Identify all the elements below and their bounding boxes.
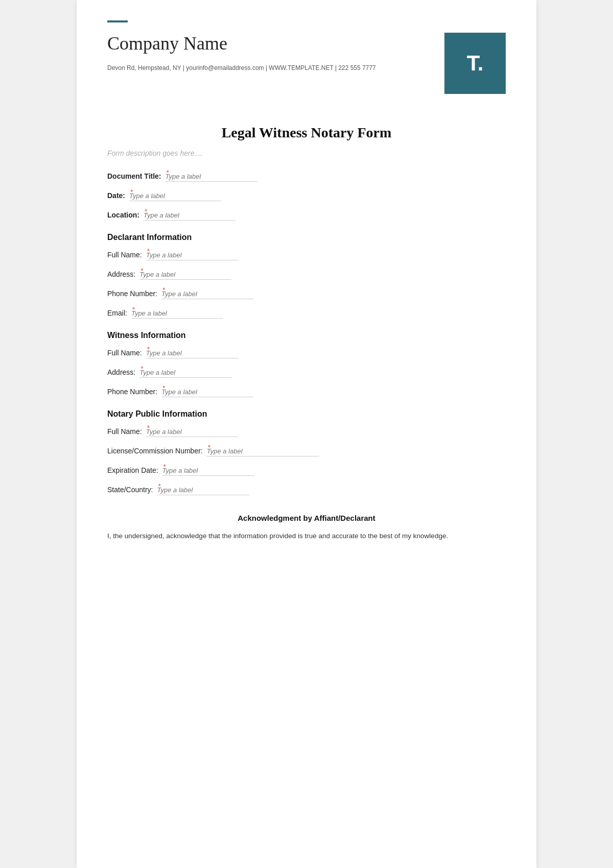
declarant-phone-label: Phone Number: xyxy=(107,290,157,298)
notary-expiration-input[interactable] xyxy=(162,466,254,476)
declarant-email-row: Email: * xyxy=(107,308,506,319)
notary-fullname-label: Full Name: xyxy=(107,427,142,436)
document-title-label: Document Title: xyxy=(107,172,161,180)
notary-fullname-wrapper: * xyxy=(146,427,238,437)
required-star-declarant-email: * xyxy=(132,305,135,314)
form-title: Legal Witness Notary Form xyxy=(107,125,506,141)
required-star-witness-address: * xyxy=(140,365,143,373)
page-header: Company Name Devon Rd, Hempstead, NY | y… xyxy=(77,0,536,104)
declarant-address-wrapper: * xyxy=(139,270,231,280)
logo-text: T. xyxy=(467,51,484,76)
document-page: Company Name Devon Rd, Hempstead, NY | y… xyxy=(77,0,536,868)
witness-fullname-input[interactable] xyxy=(146,348,238,358)
location-label: Location: xyxy=(107,211,139,219)
declarant-section-title: Declarant Information xyxy=(107,233,506,242)
declarant-fullname-label: Full Name: xyxy=(107,251,142,259)
declarant-phone-wrapper: * xyxy=(161,289,253,299)
notary-license-wrapper: * xyxy=(207,446,319,456)
required-star-witness-name: * xyxy=(147,345,150,353)
declarant-phone-row: Phone Number: * xyxy=(107,289,506,299)
notary-state-input[interactable] xyxy=(157,485,249,495)
header-content: Company Name Devon Rd, Hempstead, NY | y… xyxy=(107,33,506,94)
date-wrapper: * xyxy=(129,191,221,201)
company-name: Company Name xyxy=(107,33,434,54)
date-label: Date: xyxy=(107,191,125,200)
form-content: Legal Witness Notary Form Form descripti… xyxy=(77,104,536,573)
required-star-location: * xyxy=(145,207,147,215)
notary-license-row: License/Commission Number: * xyxy=(107,446,506,456)
form-description: Form description goes here.... xyxy=(107,149,506,157)
required-star-notary-license: * xyxy=(208,443,210,451)
notary-state-label: State/Country: xyxy=(107,486,153,494)
required-star-declarant-address: * xyxy=(140,267,143,275)
witness-phone-label: Phone Number: xyxy=(107,388,157,396)
required-star-notary-name: * xyxy=(147,424,150,432)
location-row: Location: * xyxy=(107,210,506,221)
acknowledgment-title: Acknowledgment by Affiant/Declarant xyxy=(107,514,506,522)
required-star-notary-expiration: * xyxy=(163,463,166,471)
declarant-email-input[interactable] xyxy=(131,308,223,319)
declarant-fullname-row: Full Name: * xyxy=(107,250,506,260)
witness-address-label: Address: xyxy=(107,368,135,376)
notary-license-label: License/Commission Number: xyxy=(107,447,203,455)
witness-phone-input[interactable] xyxy=(161,387,253,397)
document-title-row: Document Title: * xyxy=(107,172,506,182)
witness-address-wrapper: * xyxy=(139,368,231,378)
witness-fullname-row: Full Name: * xyxy=(107,348,506,358)
declarant-email-label: Email: xyxy=(107,309,127,317)
required-star-witness-phone: * xyxy=(162,384,165,392)
required-star-declarant-phone: * xyxy=(162,286,165,294)
witness-address-row: Address: * xyxy=(107,368,506,378)
location-input[interactable] xyxy=(144,210,235,221)
declarant-phone-input[interactable] xyxy=(161,289,253,299)
accent-line xyxy=(107,20,128,22)
notary-fullname-input[interactable] xyxy=(146,427,238,437)
company-info: Devon Rd, Hempstead, NY | yourinfo@email… xyxy=(107,64,434,71)
header-left: Company Name Devon Rd, Hempstead, NY | y… xyxy=(107,33,434,71)
declarant-address-label: Address: xyxy=(107,270,135,278)
notary-expiration-label: Expiration Date: xyxy=(107,466,158,474)
notary-license-input[interactable] xyxy=(207,446,319,456)
notary-state-row: State/Country: * xyxy=(107,485,506,495)
acknowledgment-text: I, the undersigned, acknowledge that the… xyxy=(107,531,506,542)
document-title-wrapper: * xyxy=(166,172,257,182)
witness-phone-row: Phone Number: * xyxy=(107,387,506,397)
logo-box: T. xyxy=(444,33,506,94)
required-star-notary-state: * xyxy=(158,482,161,490)
declarant-email-wrapper: * xyxy=(131,308,223,319)
witness-address-input[interactable] xyxy=(139,368,231,378)
required-star-document-title: * xyxy=(167,168,169,177)
notary-fullname-row: Full Name: * xyxy=(107,427,506,437)
required-star-date: * xyxy=(130,188,133,196)
declarant-fullname-wrapper: * xyxy=(146,250,238,260)
declarant-address-input[interactable] xyxy=(139,270,231,280)
witness-section-title: Witness Information xyxy=(107,331,506,340)
notary-expiration-wrapper: * xyxy=(162,466,254,476)
witness-fullname-wrapper: * xyxy=(146,348,238,358)
witness-phone-wrapper: * xyxy=(161,387,253,397)
document-title-input[interactable] xyxy=(166,172,257,182)
declarant-fullname-input[interactable] xyxy=(146,250,238,260)
date-input[interactable] xyxy=(129,191,221,201)
declarant-address-row: Address: * xyxy=(107,270,506,280)
required-star-declarant-name: * xyxy=(147,247,150,255)
notary-section-title: Notary Public Information xyxy=(107,409,506,419)
notary-state-wrapper: * xyxy=(157,485,249,495)
location-wrapper: * xyxy=(144,210,235,221)
witness-fullname-label: Full Name: xyxy=(107,349,142,357)
date-row: Date: * xyxy=(107,191,506,201)
notary-expiration-row: Expiration Date: * xyxy=(107,466,506,476)
